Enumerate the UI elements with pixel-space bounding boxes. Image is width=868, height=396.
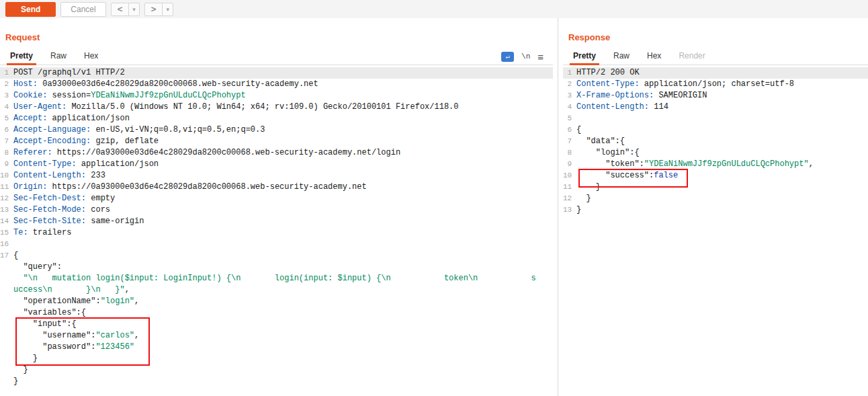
pane-splitter[interactable] xyxy=(553,18,563,396)
code-line-text: HTTP/2 200 OK xyxy=(575,67,640,79)
request-tabbar: PrettyRawHex ↵\n≡ xyxy=(0,48,553,65)
request-editor[interactable]: 1POST /graphql/v1 HTTP/22Host: 0a93000e0… xyxy=(0,67,553,387)
code-line: 10 "success":false xyxy=(563,170,868,182)
line-number: 15 xyxy=(0,227,12,239)
line-number xyxy=(0,330,12,342)
code-line-text: User-Agent: Mozilla/5.0 (Windows NT 10.0… xyxy=(12,102,459,113)
code-line-text: Content-Length: 114 xyxy=(575,102,668,113)
line-number xyxy=(0,262,12,273)
code-line: "\n mutation login($input: LoginInput!) … xyxy=(0,273,553,284)
request-panel: Request PrettyRawHex ↵\n≡ 1POST /graphql… xyxy=(0,18,553,396)
code-line-text: "success":false xyxy=(575,170,678,182)
send-button[interactable]: Send xyxy=(5,2,56,17)
code-line: "operationName":"login", xyxy=(0,296,553,307)
code-line-text: "\n mutation login($input: LoginInput!) … xyxy=(12,273,536,284)
line-number: 7 xyxy=(0,136,12,147)
line-number: 17 xyxy=(0,250,12,262)
line-number xyxy=(0,273,12,284)
code-line-text: { xyxy=(575,124,581,136)
code-line-text: Accept-Language: en-US,vi-VN;q=0.8,vi;q=… xyxy=(12,124,265,136)
tab-pretty[interactable]: Pretty xyxy=(1,48,42,65)
code-line: 4Content-Length: 114 xyxy=(563,102,868,113)
code-line-text: "password":"123456" xyxy=(12,342,134,353)
tab-raw[interactable]: Raw xyxy=(605,48,638,65)
code-line-text: { xyxy=(12,250,18,262)
menu-icon[interactable]: ≡ xyxy=(537,52,544,62)
line-number: 6 xyxy=(563,124,575,136)
tab-pretty[interactable]: Pretty xyxy=(564,48,605,65)
code-line: 4User-Agent: Mozilla/5.0 (Windows NT 10.… xyxy=(0,102,553,113)
line-number: 14 xyxy=(0,216,12,227)
code-line: "username":"carlos", xyxy=(0,330,553,342)
code-line-text: "login":{ xyxy=(575,147,640,159)
response-editor[interactable]: 1HTTP/2 200 OK2Content-Type: application… xyxy=(563,67,868,216)
forward-dropdown[interactable]: ▾ xyxy=(162,3,173,15)
back-button[interactable]: < xyxy=(112,3,129,15)
code-line: } xyxy=(0,364,553,376)
line-number: 12 xyxy=(0,193,12,204)
code-line: 9Content-Type: application/json xyxy=(0,159,553,170)
code-line: 6{ xyxy=(563,124,868,136)
line-number: 3 xyxy=(563,90,575,102)
code-line-text: Origin: https://0a93000e03d6e4c28029da82… xyxy=(12,182,367,193)
code-line-text: Content-Type: application/json; charset=… xyxy=(575,79,794,90)
code-line-text: } xyxy=(575,193,591,204)
code-line: 15Te: trailers xyxy=(0,227,553,239)
tab-hex[interactable]: Hex xyxy=(75,48,107,65)
code-line: 11 } xyxy=(563,182,868,193)
code-line: 8 "login":{ xyxy=(563,147,868,159)
code-line: 3Cookie: session=YDEaNiNwmJJf9zpGnULduCL… xyxy=(0,90,553,102)
code-line-text: } xyxy=(575,182,601,193)
code-line: 9 "token":"YDEaNiNwmJJf9zpGnULduCLQcPhoh… xyxy=(563,159,868,170)
line-number: 11 xyxy=(563,182,575,193)
code-line: 5 xyxy=(563,113,868,124)
code-line: 11Origin: https://0a93000e03d6e4c28029da… xyxy=(0,182,553,193)
code-line-text: "operationName":"login", xyxy=(12,296,139,307)
tab-hex[interactable]: Hex xyxy=(638,48,670,65)
line-number: 6 xyxy=(0,124,12,136)
forward-button[interactable]: > xyxy=(145,3,163,15)
newline-icon[interactable]: \n xyxy=(521,52,530,61)
line-number xyxy=(0,342,12,353)
code-line-text xyxy=(12,239,13,250)
response-panel: Response PrettyRawHexRender 1HTTP/2 200 … xyxy=(563,18,868,396)
code-line: 6Accept-Language: en-US,vi-VN;q=0.8,vi;q… xyxy=(0,124,553,136)
code-line: 7Accept-Encoding: gzip, deflate xyxy=(0,136,553,147)
code-line-text: Sec-Fetch-Dest: empty xyxy=(12,193,115,204)
code-line: 12Sec-Fetch-Dest: empty xyxy=(0,193,553,204)
line-number: 10 xyxy=(563,170,575,182)
code-line: 2Content-Type: application/json; charset… xyxy=(563,79,868,90)
code-line: "password":"123456" xyxy=(0,342,553,353)
history-back-split-button: < ▾ xyxy=(111,3,140,16)
code-line-text: Content-Length: 233 xyxy=(12,170,105,182)
line-number: 4 xyxy=(563,102,575,113)
code-line: 3X-Frame-Options: SAMEORIGIN xyxy=(563,90,868,102)
code-line: 1POST /graphql/v1 HTTP/2 xyxy=(0,67,553,79)
request-tabs: PrettyRawHex xyxy=(1,48,107,65)
code-line-text: Accept: application/json xyxy=(12,113,130,124)
line-number xyxy=(0,353,12,364)
code-line: 12 } xyxy=(563,193,868,204)
code-line: 13} xyxy=(563,204,868,216)
back-dropdown[interactable]: ▾ xyxy=(128,3,139,15)
code-line: "query": xyxy=(0,262,553,273)
line-number: 2 xyxy=(563,79,575,90)
code-line: 5Accept: application/json xyxy=(0,113,553,124)
tab-raw[interactable]: Raw xyxy=(42,48,75,65)
line-number xyxy=(0,376,12,387)
cancel-button[interactable]: Cancel xyxy=(60,2,105,17)
line-number: 9 xyxy=(0,159,12,170)
line-number: 9 xyxy=(563,159,575,170)
code-line-text: } xyxy=(12,353,38,364)
line-number: 11 xyxy=(0,182,12,193)
code-line: 10Content-Length: 233 xyxy=(0,170,553,182)
tab-render: Render xyxy=(670,48,713,65)
code-line: 14Sec-Fetch-Site: same-origin xyxy=(0,216,553,227)
message-panes: Request PrettyRawHex ↵\n≡ 1POST /graphql… xyxy=(0,18,868,396)
line-number: 4 xyxy=(0,102,12,113)
wrap-toggle-icon[interactable]: ↵ xyxy=(501,52,514,62)
code-line-text: "token":"YDEaNiNwmJJf9zpGnULduCLQcPhohyp… xyxy=(575,159,814,170)
code-line: 13Sec-Fetch-Mode: cors xyxy=(0,204,553,216)
code-line: "input":{ xyxy=(0,319,553,330)
line-number: 13 xyxy=(563,204,575,216)
